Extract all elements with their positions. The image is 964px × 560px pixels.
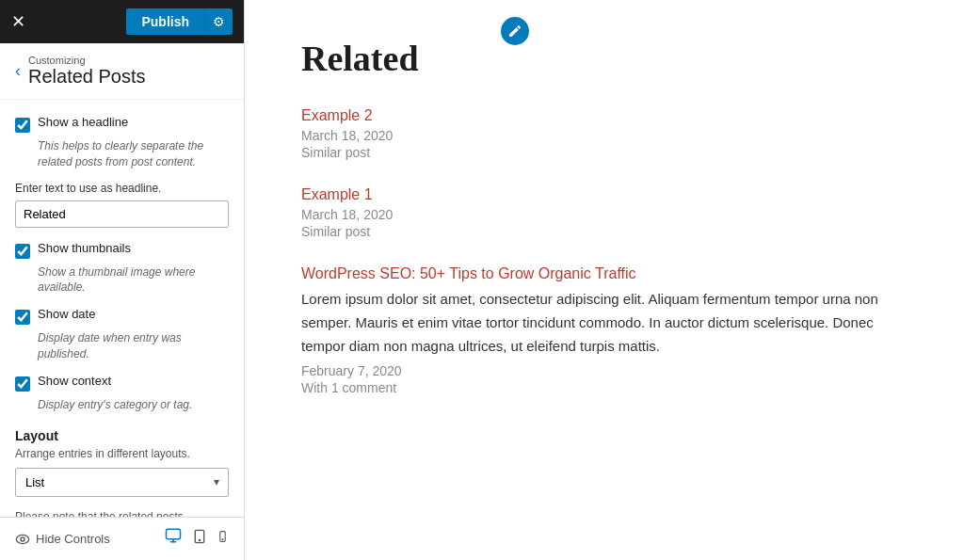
layout-select-wrap: List ▾ <box>15 468 229 497</box>
preview-area: Related Example 2 March 18, 2020 Similar… <box>245 0 964 560</box>
list-item: Example 2 March 18, 2020 Similar post <box>301 107 908 160</box>
show-headline-desc: This helps to clearly separate the relat… <box>38 138 229 170</box>
post-meta: With 1 comment <box>301 380 908 395</box>
post-context: Similar post <box>301 145 908 160</box>
show-context-label[interactable]: Show context <box>38 374 111 388</box>
list-item: WordPress SEO: 50+ Tips to Grow Organic … <box>301 265 908 395</box>
post-excerpt: Lorem ipsum dolor sit amet, consectetur … <box>301 288 908 358</box>
post-title-link[interactable]: Example 1 <box>301 186 908 203</box>
preview-note: Please note that the related posts displ… <box>15 508 229 517</box>
show-thumbnails-row: Show thumbnails <box>15 241 229 259</box>
post-context: Similar post <box>301 224 908 239</box>
nav-title: Customizing Related Posts <box>28 55 146 88</box>
show-headline-label[interactable]: Show a headline <box>38 115 128 129</box>
show-date-desc: Display date when entry was published. <box>38 330 229 362</box>
show-context-checkbox[interactable] <box>15 376 30 392</box>
svg-point-0 <box>16 535 28 543</box>
device-icons <box>164 527 229 551</box>
layout-select[interactable]: List <box>15 468 229 497</box>
panel-content: Show a headline This helps to clearly se… <box>0 100 244 517</box>
publish-button[interactable]: Publish <box>126 8 204 35</box>
pencil-icon <box>507 24 522 39</box>
back-arrow-icon[interactable]: ‹ <box>15 61 21 81</box>
back-nav: ‹ Customizing Related Posts <box>0 43 244 100</box>
show-date-label[interactable]: Show date <box>38 307 95 321</box>
show-date-row: Show date <box>15 307 229 325</box>
show-thumbnails-checkbox[interactable] <box>15 244 30 259</box>
show-headline-checkbox[interactable] <box>15 118 30 133</box>
show-thumbnails-label[interactable]: Show thumbnails <box>38 241 131 255</box>
post-date: March 18, 2020 <box>301 207 908 222</box>
edit-pencil-button[interactable] <box>501 17 529 45</box>
tablet-icon[interactable] <box>192 527 207 551</box>
show-headline-row: Show a headline <box>15 115 229 133</box>
sidebar: ✕ Publish ⚙ ‹ Customizing Related Posts … <box>0 0 245 560</box>
post-date: March 18, 2020 <box>301 128 908 143</box>
publish-area: Publish ⚙ <box>126 8 233 35</box>
headline-field-label: Enter text to use as headline. <box>15 182 229 195</box>
svg-rect-2 <box>167 529 181 539</box>
related-heading: Related <box>301 38 908 79</box>
top-bar: ✕ Publish ⚙ <box>0 0 244 43</box>
sidebar-footer: Hide Controls <box>0 517 244 560</box>
layout-section-title: Layout <box>15 428 229 443</box>
post-date: February 7, 2020 <box>301 363 908 378</box>
list-item: Example 1 March 18, 2020 Similar post <box>301 186 908 239</box>
hide-controls-button[interactable]: Hide Controls <box>15 532 110 547</box>
headline-input[interactable] <box>15 200 229 228</box>
show-thumbnails-desc: Show a thumbnail image where available. <box>38 264 229 296</box>
svg-point-6 <box>199 539 200 540</box>
layout-section-desc: Arrange entries in different layouts. <box>15 447 229 460</box>
hide-controls-label: Hide Controls <box>36 532 110 546</box>
show-context-row: Show context <box>15 374 229 392</box>
panel-title: Related Posts <box>28 66 146 87</box>
show-date-checkbox[interactable] <box>15 310 30 325</box>
post-title-link[interactable]: WordPress SEO: 50+ Tips to Grow Organic … <box>301 265 908 282</box>
svg-point-1 <box>21 537 24 541</box>
eye-icon <box>15 532 30 547</box>
customizing-label: Customizing <box>28 55 146 66</box>
close-button[interactable]: ✕ <box>11 13 25 30</box>
settings-button[interactable]: ⚙ <box>204 8 233 35</box>
svg-point-8 <box>222 539 223 540</box>
desktop-icon[interactable] <box>164 527 183 551</box>
post-title-link[interactable]: Example 2 <box>301 107 908 124</box>
mobile-icon[interactable] <box>217 527 229 551</box>
show-context-desc: Display entry's category or tag. <box>38 397 229 413</box>
